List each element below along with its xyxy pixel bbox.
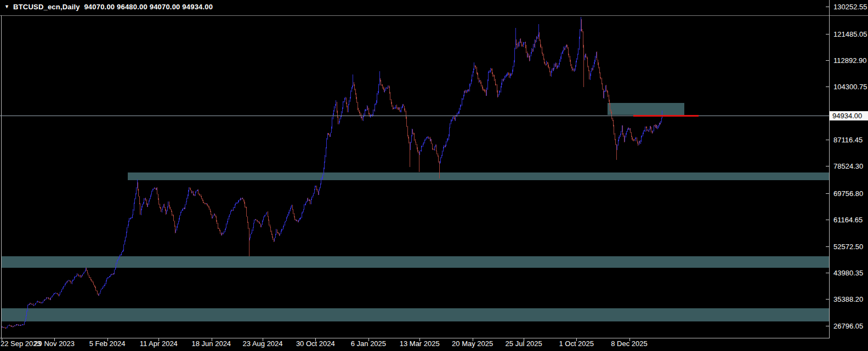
current-price-line [0,116,829,116]
price-tick-label: 121485.05 [833,30,867,38]
price-tick [826,7,829,7]
price-tick-label: 78524.30 [833,162,863,170]
chart-plot-area[interactable] [1,15,829,338]
price-axis-line [829,0,830,338]
price-tick-label: 61164.65 [833,216,863,224]
price-tick-label: 43980.35 [833,269,863,277]
symbol-period-label: BTCUSD_ecn,Daily [13,3,80,11]
date-tick-label: 8 Dec 2025 [611,340,648,348]
candles-canvas[interactable] [1,15,829,338]
dropdown-triangle-icon[interactable]: ▼ [4,4,9,9]
date-tick-label: 25 Jul 2025 [506,340,542,348]
price-tick-label: 26796.05 [833,322,863,330]
date-tick-label: 1 Oct 2025 [559,340,594,348]
date-tick-label: 20 May 2025 [452,340,493,348]
date-tick-label: 23 Aug 2024 [243,340,283,348]
price-tick-label: 35388.20 [833,295,863,303]
price-tick-label: 87116.45 [833,136,863,144]
date-tick-label: 5 Feb 2024 [89,340,126,348]
ohlc-low: 94070.00 [150,3,180,11]
date-tick-label: 18 Jun 2024 [192,340,231,348]
price-tick-label: 52572.50 [833,243,863,251]
date-tick-label: 6 Jan 2025 [351,340,386,348]
date-tick-label: 11 Apr 2024 [140,340,178,348]
current-price-tag: 94934.00 [830,111,868,120]
date-tick-label: 30 Oct 2024 [296,340,335,348]
chart-frame-bottom [0,338,829,338]
ohlc-open: 94070.00 [84,3,115,11]
price-tick-label: 112892.90 [833,56,867,65]
ohlc-high: 96480.00 [117,3,147,11]
symbol-ohlc-title: ▼BTCUSD_ecn,Daily 94070.00 96480.00 9407… [4,3,213,11]
trendline-red[interactable] [633,115,699,117]
price-tick-label: 69756.80 [833,189,863,198]
mt4-chart-window: ▼BTCUSD_ecn,Daily 94070.00 96480.00 9407… [0,0,868,351]
ohlc-close: 94934.00 [182,3,213,11]
date-tick-label: 13 Mar 2025 [400,340,440,348]
date-tick-label: 29 Nov 2023 [34,340,75,348]
price-tick-label: 104300.75 [833,83,867,91]
price-tick-label: 130252.55 [833,3,867,11]
